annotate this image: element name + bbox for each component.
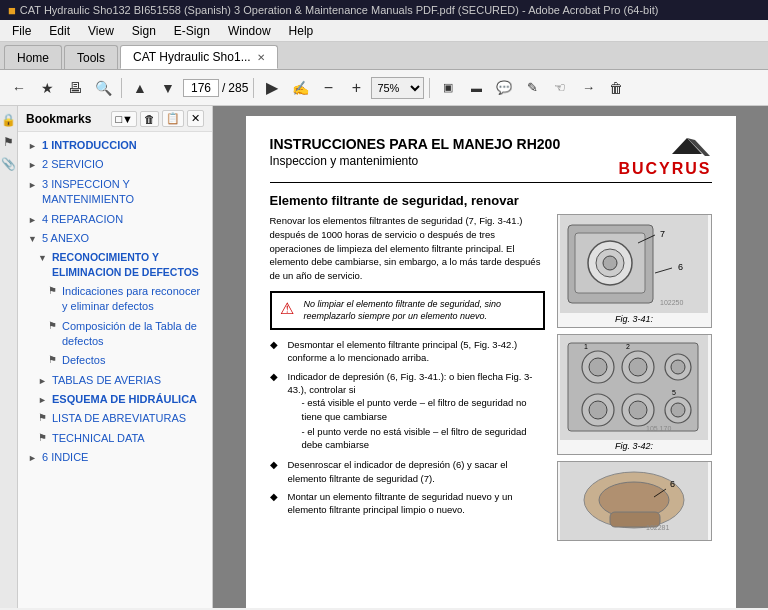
close-bookmarks-btn[interactable]: ✕	[187, 110, 204, 127]
pdf-bullet-col-2: Indicador de depresión (6, Fig. 3-41.): …	[288, 370, 545, 454]
pdf-body-text: Renovar los elementos filtrantes de segu…	[270, 214, 545, 283]
bm-item-composicion[interactable]: ⚑ Composición de la Tabla de defectos	[18, 317, 212, 352]
pdf-figure-3: 6 102281	[557, 461, 712, 541]
lock-icon[interactable]: 🔒	[0, 110, 18, 130]
svg-point-7	[603, 256, 617, 270]
delete-bookmark-btn[interactable]: 🗑	[140, 111, 159, 127]
tab-bar: Home Tools CAT Hydraulic Sho1... ✕	[0, 42, 768, 70]
svg-text:5: 5	[672, 389, 676, 396]
svg-text:102281: 102281	[646, 524, 669, 531]
pdf-area[interactable]: INSTRUCCIONES PARA EL MANEJO RH200 Inspe…	[213, 106, 768, 608]
bm-item-servicio[interactable]: ► 2 SERVICIO	[18, 155, 212, 174]
tab-home[interactable]: Home	[4, 45, 62, 69]
bm-item-inspeccion[interactable]: ► 3 INSPECCION Y MANTENIMIENTO	[18, 175, 212, 210]
comment-btn[interactable]: 💬	[491, 75, 517, 101]
bookmarks-title: Bookmarks	[26, 112, 91, 126]
pdf-fig2-img: 1 2 5	[560, 335, 708, 440]
app-icon: ■	[8, 3, 16, 18]
bookmark-side-icon[interactable]: ⚑	[1, 132, 16, 152]
svg-text:6: 6	[670, 479, 675, 489]
pdf-fig2-caption: Fig. 3-42:	[611, 440, 657, 454]
page-number-input[interactable]	[183, 79, 219, 97]
toolbar-next-page-btn[interactable]: ▼	[155, 75, 181, 101]
spread-btn[interactable]: ▬	[463, 75, 489, 101]
toolbar-bookmark-btn[interactable]: ★	[34, 75, 60, 101]
pdf-warning-text: No limpiar el elemento filtrante de segu…	[304, 298, 535, 323]
fig3-svg: 6 102281	[560, 462, 708, 540]
bm-item-anexo[interactable]: ▼ 5 ANEXO	[18, 229, 212, 248]
menu-esign[interactable]: E-Sign	[166, 22, 218, 40]
tab-home-label: Home	[17, 51, 49, 65]
page-separator: /	[222, 81, 225, 95]
menu-file[interactable]: File	[4, 22, 39, 40]
svg-point-26	[629, 401, 647, 419]
bm-text-esquema: ESQUEMA DE HIDRÁULICA	[52, 392, 206, 407]
tab-pdf[interactable]: CAT Hydraulic Sho1... ✕	[120, 45, 278, 69]
pdf-subtitle: Inspeccion y mantenimiento	[270, 154, 561, 168]
bm-icon-technical-data: ⚑	[38, 431, 48, 445]
bm-arrow-introduccion: ►	[28, 140, 38, 153]
toolbar-sep-1	[121, 78, 122, 98]
pdf-section-title: Elemento filtrante de seguridad, renovar	[270, 193, 712, 208]
bm-arrow-inspeccion: ►	[28, 179, 38, 192]
pdf-page-header: INSTRUCCIONES PARA EL MANEJO RH200 Inspe…	[270, 136, 712, 183]
menu-help[interactable]: Help	[281, 22, 322, 40]
toolbar-print-btn[interactable]: 🖶	[62, 75, 88, 101]
bm-text-defectos: Defectos	[62, 353, 206, 368]
fit-page-btn[interactable]: ▣	[435, 75, 461, 101]
paperclip-icon[interactable]: 📎	[0, 154, 18, 174]
delete-btn[interactable]: 🗑	[603, 75, 629, 101]
stamp-btn[interactable]: ☜	[547, 75, 573, 101]
zoom-in-btn[interactable]: +	[343, 75, 369, 101]
bm-item-introduccion[interactable]: ► 1 INTRODUCCION	[18, 136, 212, 155]
bm-icon-defectos: ⚑	[48, 353, 58, 367]
pdf-bullet-text-4: Montar un elemento filtrante de segurida…	[288, 490, 545, 517]
svg-point-16	[589, 358, 607, 376]
bm-item-esquema[interactable]: ► ESQUEMA DE HIDRÁULICA	[18, 390, 212, 409]
tab-tools[interactable]: Tools	[64, 45, 118, 69]
bm-item-technical-data[interactable]: ⚑ TECHNICAL DATA	[18, 429, 212, 448]
bm-item-defectos[interactable]: ⚑ Defectos	[18, 351, 212, 370]
pdf-title-block: INSTRUCCIONES PARA EL MANEJO RH200 Inspe…	[270, 136, 561, 168]
toolbar-prev-page-btn[interactable]: ▲	[127, 75, 153, 101]
total-pages: 285	[228, 81, 248, 95]
logo-mountain-svg	[662, 136, 712, 158]
menu-edit[interactable]: Edit	[41, 22, 78, 40]
pdf-figure-1: 7 6 102250 Fig. 3-41:	[557, 214, 712, 328]
svg-text:7: 7	[660, 229, 665, 239]
menu-window[interactable]: Window	[220, 22, 279, 40]
bm-item-reparacion[interactable]: ► 4 REPARACION	[18, 210, 212, 229]
menu-bar: File Edit View Sign E-Sign Window Help	[0, 20, 768, 42]
bm-item-indice[interactable]: ► 6 INDICE	[18, 448, 212, 467]
bucyrus-logo-text: BUCYRUS	[618, 160, 711, 178]
bm-text-introduccion: 1 INTRODUCCION	[42, 138, 206, 153]
svg-point-22	[671, 360, 685, 374]
bm-icon-indicaciones: ⚑	[48, 284, 58, 298]
bm-item-indicaciones[interactable]: ⚑ Indicaciones para reconocer y eliminar…	[18, 282, 212, 317]
highlight-btn[interactable]: ✎	[519, 75, 545, 101]
zoom-out-btn[interactable]: −	[315, 75, 341, 101]
expand-bookmark-btn[interactable]: 📋	[162, 110, 184, 127]
cursor-tool-btn[interactable]: ▶	[259, 75, 285, 101]
bm-text-lista-abrev: LISTA DE ABREVIATURAS	[52, 411, 206, 426]
pdf-fig1-caption: Fig. 3-41:	[611, 313, 657, 327]
bm-item-reconocimiento[interactable]: ▼ RECONOCIMIENTO Y ELIMINACION DE DEFECT…	[18, 248, 212, 281]
bm-item-tablas[interactable]: ► TABLAS DE AVERIAS	[18, 371, 212, 390]
svg-point-19	[629, 358, 647, 376]
new-bookmark-btn[interactable]: □▼	[111, 111, 137, 127]
pdf-bullet-3: ◆ Desenroscar el indicador de depresión …	[270, 458, 545, 485]
redact-btn[interactable]: →	[575, 75, 601, 101]
main-layout: 🔒 ⚑ 📎 Bookmarks □▼ 🗑 📋 ✕ ► 1 INTRODUCCIO…	[0, 106, 768, 608]
svg-text:102250: 102250	[660, 299, 683, 306]
bm-item-lista-abrev[interactable]: ⚑ LISTA DE ABREVIATURAS	[18, 409, 212, 428]
bullet-sym-4: ◆	[270, 490, 284, 517]
menu-sign[interactable]: Sign	[124, 22, 164, 40]
zoom-select[interactable]: 50% 75% 100% 125% 150%	[371, 77, 424, 99]
toolbar-zoom-in-loupe-btn[interactable]: 🔍	[90, 75, 116, 101]
bm-text-indice: 6 INDICE	[42, 450, 206, 465]
toolbar-back-btn[interactable]: ←	[6, 75, 32, 101]
tab-close-icon[interactable]: ✕	[257, 52, 265, 63]
hand-tool-btn[interactable]: ✍	[287, 75, 313, 101]
bm-text-reparacion: 4 REPARACION	[42, 212, 206, 227]
menu-view[interactable]: View	[80, 22, 122, 40]
